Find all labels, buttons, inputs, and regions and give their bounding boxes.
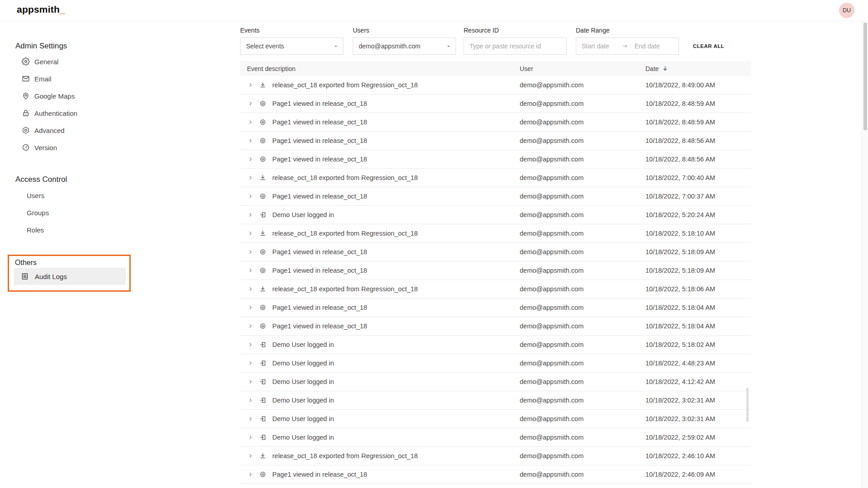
events-select[interactable]: Select events <box>240 38 343 55</box>
eye-icon <box>259 471 266 478</box>
table-row[interactable]: Demo User logged in demo@appsmith.com 10… <box>240 428 751 447</box>
expand-chevron-icon[interactable] <box>248 101 253 106</box>
table-row[interactable]: Demo User logged in demo@appsmith.com 10… <box>240 391 751 410</box>
event-description: release_oct_18 exported from Regression_… <box>272 285 418 293</box>
table-row[interactable]: release_oct_18 exported from Regression_… <box>240 447 751 465</box>
users-select[interactable]: demo@appsmith.com <box>353 38 456 55</box>
table-row[interactable]: Page1 viewed in release_oct_18 demo@apps… <box>240 243 751 261</box>
table-row[interactable]: Page1 viewed in release_oct_18 demo@apps… <box>240 150 751 169</box>
eye-icon <box>259 267 266 274</box>
event-date: 10/18/2022, 8:48:56 AM <box>645 137 751 144</box>
expand-chevron-icon[interactable] <box>248 342 253 347</box>
table-row[interactable]: Page1 viewed in release_oct_18 demo@apps… <box>240 484 751 488</box>
table-row[interactable]: Demo User logged in demo@appsmith.com 10… <box>240 410 751 428</box>
expand-chevron-icon[interactable] <box>248 305 253 310</box>
clear-all-button[interactable]: CLEAR ALL <box>693 43 724 49</box>
sidebar-item-roles[interactable]: Roles <box>27 221 44 238</box>
expand-chevron-icon[interactable] <box>248 194 253 199</box>
event-description: Page1 viewed in release_oct_18 <box>272 100 367 107</box>
expand-chevron-icon[interactable] <box>248 268 253 273</box>
expand-chevron-icon[interactable] <box>248 156 253 162</box>
sidebar-item-users[interactable]: Users <box>27 187 44 204</box>
sidebar-item-version[interactable]: Version <box>22 139 57 156</box>
sidebar-item-label: Authentication <box>34 109 77 117</box>
event-description: Demo User logged in <box>272 434 334 441</box>
event-date: 10/18/2022, 3:02:31 AM <box>645 415 751 422</box>
table-row[interactable]: release_oct_18 exported from Regression_… <box>240 280 751 298</box>
event-user: demo@appsmith.com <box>520 174 645 181</box>
expand-chevron-icon[interactable] <box>248 212 253 218</box>
column-header-date[interactable]: Date <box>645 65 751 72</box>
expand-chevron-icon[interactable] <box>248 398 253 403</box>
user-avatar[interactable]: DU <box>839 3 854 18</box>
column-header-event-description[interactable]: Event description <box>240 65 520 72</box>
sidebar-item-general[interactable]: General <box>22 53 58 70</box>
expand-chevron-icon[interactable] <box>248 231 253 236</box>
expand-chevron-icon[interactable] <box>248 379 253 384</box>
sidebar-item-google-maps[interactable]: Google Maps <box>22 87 75 104</box>
eye-icon <box>259 137 266 144</box>
table-row[interactable]: Page1 viewed in release_oct_18 demo@apps… <box>240 187 751 206</box>
chevron-down-icon <box>333 44 338 49</box>
expand-chevron-icon[interactable] <box>248 119 253 125</box>
gear-icon <box>22 57 30 66</box>
event-date: 10/18/2022, 8:49:00 AM <box>645 81 751 89</box>
table-row[interactable]: Demo User logged in demo@appsmith.com 10… <box>240 206 751 224</box>
table-row[interactable]: Demo User logged in demo@appsmith.com 10… <box>240 354 751 373</box>
resource-id-input[interactable] <box>470 43 561 50</box>
table-row[interactable]: Page1 viewed in release_oct_18 demo@apps… <box>240 298 751 317</box>
table-row[interactable]: Demo User logged in demo@appsmith.com 10… <box>240 373 751 391</box>
table-row[interactable]: Page1 viewed in release_oct_18 demo@apps… <box>240 261 751 280</box>
event-user: demo@appsmith.com <box>520 285 645 293</box>
window-scrollbar-thumb[interactable] <box>863 23 867 130</box>
table-scrollbar-thumb[interactable] <box>746 388 749 422</box>
expand-chevron-icon[interactable] <box>248 416 253 422</box>
event-date: 10/18/2022, 7:00:37 AM <box>645 193 751 200</box>
expand-chevron-icon[interactable] <box>248 175 253 180</box>
expand-chevron-icon[interactable] <box>248 472 253 477</box>
start-date-input[interactable]: Start date <box>582 43 609 50</box>
appsmith-logo[interactable]: appsmith_ <box>17 4 65 15</box>
expand-chevron-icon[interactable] <box>248 286 253 292</box>
sidebar-item-label: Email <box>34 75 52 83</box>
sidebar-item-email[interactable]: Email <box>22 70 52 87</box>
table-row[interactable]: Demo User logged in demo@appsmith.com 10… <box>240 336 751 354</box>
login-icon <box>259 378 266 385</box>
event-description: release_oct_18 exported from Regression_… <box>272 81 418 89</box>
table-row[interactable]: release_oct_18 exported from Regression_… <box>240 76 751 95</box>
table-row[interactable]: Page1 viewed in release_oct_18 demo@apps… <box>240 465 751 484</box>
column-header-user[interactable]: User <box>520 65 645 72</box>
audit-logs-table: Event description User Date release_oct_… <box>240 61 751 488</box>
sidebar-item-groups[interactable]: Groups <box>27 204 49 221</box>
table-row[interactable]: release_oct_18 exported from Regression_… <box>240 224 751 243</box>
sidebar-heading-others: Others <box>15 258 37 267</box>
sidebar-item-authentication[interactable]: Authentication <box>22 104 77 122</box>
expand-chevron-icon[interactable] <box>248 138 253 143</box>
expand-chevron-icon[interactable] <box>248 82 253 88</box>
event-user: demo@appsmith.com <box>520 137 645 144</box>
event-user: demo@appsmith.com <box>520 397 645 404</box>
expand-chevron-icon[interactable] <box>248 323 253 329</box>
expand-chevron-icon[interactable] <box>248 453 253 459</box>
event-user: demo@appsmith.com <box>520 100 645 107</box>
expand-chevron-icon[interactable] <box>248 249 253 255</box>
table-row[interactable]: Page1 viewed in release_oct_18 demo@apps… <box>240 317 751 336</box>
end-date-input[interactable]: End date <box>635 43 660 50</box>
mail-icon <box>22 75 30 83</box>
filters-bar: Events Select events Users demo@appsmith… <box>240 21 862 61</box>
expand-chevron-icon[interactable] <box>248 360 253 366</box>
sidebar-item-advanced[interactable]: Advanced <box>22 122 65 139</box>
table-row[interactable]: release_oct_18 exported from Regression_… <box>240 169 751 187</box>
window-scrollbar[interactable] <box>862 21 868 488</box>
table-row[interactable]: Page1 viewed in release_oct_18 demo@apps… <box>240 132 751 150</box>
date-range-picker[interactable]: Start date End date <box>576 38 679 55</box>
table-row[interactable]: Page1 viewed in release_oct_18 demo@apps… <box>240 95 751 113</box>
table-row[interactable]: Page1 viewed in release_oct_18 demo@apps… <box>240 113 751 132</box>
download-icon <box>259 230 266 237</box>
table-header-row: Event description User Date <box>240 61 751 76</box>
sidebar-item-label: Version <box>34 144 57 152</box>
expand-chevron-icon[interactable] <box>248 435 253 440</box>
sort-descending-icon[interactable] <box>662 65 669 72</box>
sidebar-item-audit-logs[interactable]: Audit Logs <box>14 268 126 285</box>
event-date: 10/18/2022, 3:02:31 AM <box>645 397 751 404</box>
